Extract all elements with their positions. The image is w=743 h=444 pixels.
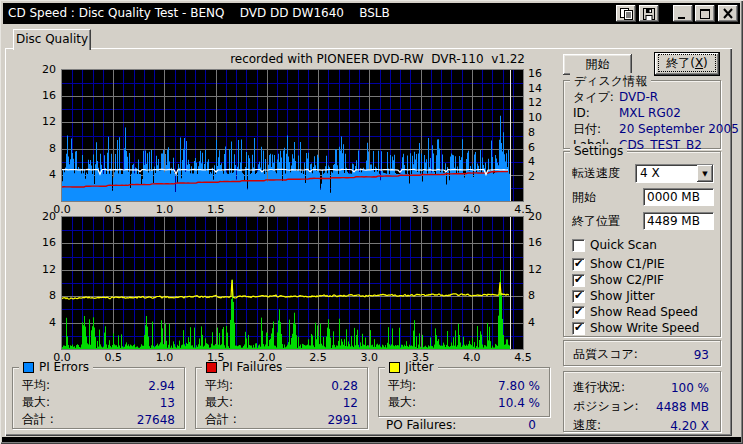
pi-errors-stats-groupbox: PI Errors 平均:2.94最大:13合計 :27648 <box>12 367 185 429</box>
pi-errors-legend-label: PI Errors <box>39 360 89 374</box>
pi-errors-stat-value: 13 <box>160 396 175 410</box>
checkbox-box-show-write-speed[interactable] <box>572 322 585 335</box>
disc-info-label: ID: <box>573 106 619 120</box>
save-button[interactable] <box>639 5 659 22</box>
jitter-stat-label: 最大: <box>388 394 416 411</box>
minimize-button[interactable] <box>673 5 693 22</box>
jitter-legend-label: Jitter <box>405 360 434 374</box>
progress-value: 100 % <box>671 381 709 395</box>
jitter-swatch <box>389 362 400 373</box>
start-button-label: 開始 <box>586 57 610 71</box>
checkbox-box-show-jitter[interactable] <box>572 290 585 303</box>
disc-info-value: DVD-R <box>619 90 658 104</box>
checkbox-label-show-read-speed: Show Read Speed <box>590 305 698 319</box>
progress-label: 進行状況: <box>573 379 625 396</box>
start-position-input[interactable] <box>643 188 714 206</box>
pi-errors-stat-value: 2.94 <box>148 379 175 393</box>
settings-title: Settings <box>570 144 627 158</box>
start-position-label: 開始 <box>572 189 643 206</box>
checkbox-label-show-c1-pie: Show C1/PIE <box>590 257 665 271</box>
checkbox-box-show-c2-pif[interactable] <box>572 274 585 287</box>
pi-errors-stat-row: 合計 :27648 <box>22 411 175 428</box>
transfer-speed-value: 4 X <box>636 165 697 182</box>
disc-info-row: 日付:20 September 2005 <box>573 121 711 137</box>
exit-button-label: 終了(X) <box>658 54 716 72</box>
pi-failures-stats-groupbox: PI Failures 平均:0.28最大:12合計 :2991 <box>195 367 368 429</box>
progress-groupbox: 進行状況:100 %ポジション:4488 MB速度:4.20 X <box>563 371 721 432</box>
transfer-speed-select[interactable]: 4 X ▼ <box>635 164 714 183</box>
start-button[interactable]: 開始 <box>563 54 632 75</box>
jitter-stats-groupbox: Jitter 平均:7.80 %最大:10.4 % <box>378 367 550 417</box>
checkbox-box-show-read-speed[interactable] <box>572 306 585 319</box>
pi-failures-legend: PI Failures <box>202 360 286 374</box>
jitter-stat-row: 最大:10.4 % <box>388 394 540 411</box>
progress-rows: 進行状況:100 %ポジション:4488 MB速度:4.20 X <box>573 378 709 435</box>
checkbox-box-quick-scan[interactable] <box>572 239 585 252</box>
disc-info-row: ID:MXL RG02 <box>573 105 711 121</box>
checkbox-box-show-c1-pie[interactable] <box>572 258 585 271</box>
pi-errors-swatch <box>23 362 34 373</box>
tab-disc-quality[interactable]: Disc Quality <box>13 29 91 50</box>
pi-failures-legend-label: PI Failures <box>222 360 282 374</box>
copy-button[interactable] <box>616 5 636 22</box>
progress-label: ポジション: <box>573 398 638 415</box>
po-failures-label: PO Failures: <box>386 418 456 432</box>
jitter-stat-row: 平均:7.80 % <box>388 377 540 394</box>
quality-score-label: 品質スコア: <box>573 346 638 363</box>
chevron-down-icon[interactable]: ▼ <box>697 165 713 182</box>
tab-label: Disc Quality <box>16 32 88 46</box>
settings-groupbox: Settings 転送速度 4 X ▼ 開始 終了位置 Quick ScanSh… <box>563 151 721 337</box>
disc-info-title: ディスク情報 <box>570 73 651 90</box>
pi-errors-stat-rows: 平均:2.94最大:13合計 :27648 <box>22 377 175 428</box>
title-bar: CD Speed : Disc Quality Test - BENQ DVD … <box>3 3 740 24</box>
disc-info-label: 日付: <box>573 121 619 138</box>
pi-failures-jitter-chart <box>61 216 524 350</box>
exit-button[interactable]: 終了(X) <box>654 52 720 76</box>
pi-errors-stat-row: 平均:2.94 <box>22 377 175 394</box>
checkbox-show-read-speed[interactable]: Show Read Speed <box>572 304 714 320</box>
pi-failures-stat-value: 12 <box>343 396 358 410</box>
window-title: CD Speed : Disc Quality Test - BENQ DVD … <box>8 6 390 20</box>
maximize-button[interactable] <box>695 5 715 22</box>
pi-errors-chart <box>61 69 524 202</box>
checkbox-label-show-c2-pif: Show C2/PIF <box>590 273 664 287</box>
recorded-with-note: recorded with PIONEER DVD-RW DVR-110 v1.… <box>5 52 525 66</box>
disc-info-value: 20 September 2005 <box>619 122 739 136</box>
close-icon <box>722 8 734 19</box>
transfer-speed-row: 転送速度 4 X ▼ <box>572 164 714 183</box>
end-position-input[interactable] <box>643 212 714 230</box>
disc-info-label: タイプ: <box>573 89 619 106</box>
transfer-speed-label: 転送速度 <box>572 165 635 182</box>
disc-info-groupbox: ディスク情報 タイプ:DVD-RID:MXL RG02日付:20 Septemb… <box>563 80 721 149</box>
disc-info-value: MXL RG02 <box>619 106 681 120</box>
pi-failures-stat-label: 合計 : <box>205 411 237 428</box>
progress-row: 速度:4.20 X <box>573 416 709 435</box>
disc-info-row: タイプ:DVD-R <box>573 89 711 105</box>
close-button[interactable] <box>718 5 738 22</box>
pi-failures-stat-row: 平均:0.28 <box>205 377 358 394</box>
quality-score-groupbox: 品質スコア: 93 <box>563 340 721 366</box>
copy-icon <box>620 8 633 20</box>
checkbox-show-c1-pie[interactable]: Show C1/PIE <box>572 256 714 272</box>
checkbox-show-c2-pif[interactable]: Show C2/PIF <box>572 272 714 288</box>
checkbox-show-jitter[interactable]: Show Jitter <box>572 288 714 304</box>
window-bottom-edge <box>2 437 741 442</box>
checkbox-label-show-write-speed: Show Write Speed <box>590 321 699 335</box>
start-position-row: 開始 <box>572 188 714 206</box>
checkbox-list: Quick ScanShow C1/PIEShow C2/PIFShow Jit… <box>572 237 714 336</box>
pi-failures-swatch <box>206 362 217 373</box>
jitter-stat-rows: 平均:7.80 %最大:10.4 % <box>388 377 540 411</box>
minimize-icon <box>677 8 689 20</box>
po-failures-value: 0 <box>528 418 536 432</box>
jitter-legend: Jitter <box>385 360 438 374</box>
checkbox-show-write-speed[interactable]: Show Write Speed <box>572 320 714 336</box>
pi-errors-stat-label: 平均: <box>22 377 50 394</box>
pi-errors-stat-label: 最大: <box>22 394 50 411</box>
checkbox-quick-scan[interactable]: Quick Scan <box>572 237 714 253</box>
pi-errors-chart-plot <box>62 70 523 201</box>
maximize-icon <box>699 8 711 20</box>
checkbox-label-show-jitter: Show Jitter <box>590 289 655 303</box>
pi-failures-jitter-chart-plot <box>62 217 523 349</box>
pi-failures-stat-value: 0.28 <box>331 379 358 393</box>
jitter-stat-value: 10.4 % <box>498 396 540 410</box>
